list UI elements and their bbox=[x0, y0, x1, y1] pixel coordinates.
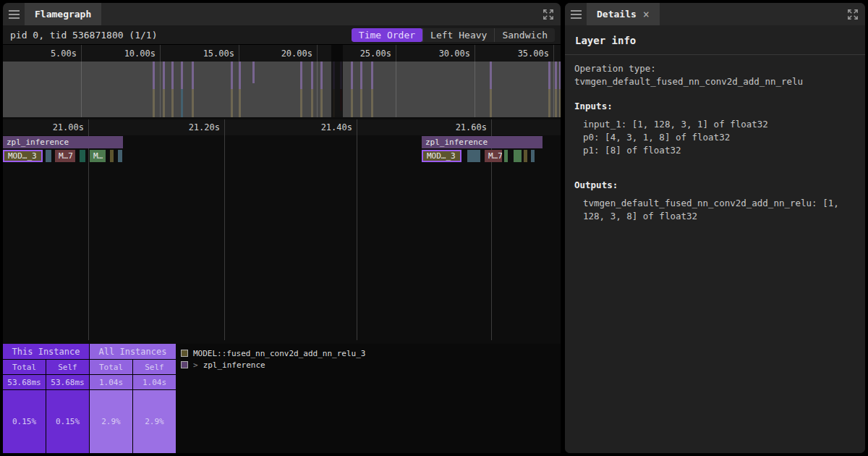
zoom-tick-label: 21.00s bbox=[41, 122, 84, 132]
spike-top-segment bbox=[371, 62, 373, 89]
tab-details[interactable]: Details × bbox=[587, 3, 660, 25]
spike-base-segment bbox=[163, 89, 165, 117]
details-panel: Details × Layer info Operation type: tvm… bbox=[565, 3, 865, 453]
flame-bar[interactable] bbox=[110, 150, 114, 162]
spike-base-segment bbox=[371, 89, 373, 117]
stats-column-header: Total bbox=[3, 360, 46, 374]
spike-top-segment bbox=[351, 62, 353, 89]
minimap-gridline bbox=[81, 45, 82, 117]
flame-bar[interactable] bbox=[514, 150, 522, 162]
spike-base-segment bbox=[300, 89, 302, 117]
spike-top-segment bbox=[360, 62, 362, 89]
minimap-activity-spike bbox=[192, 62, 194, 117]
minimap-activity-spike bbox=[320, 62, 323, 117]
legend-row[interactable]: >zpl_inference bbox=[181, 360, 365, 370]
flame-bar[interactable] bbox=[467, 150, 480, 162]
flame-bar[interactable]: zpl_inference bbox=[3, 136, 123, 148]
spike-top-segment bbox=[548, 62, 550, 89]
mode-time-order[interactable]: Time Order bbox=[352, 28, 422, 42]
menu-icon[interactable] bbox=[3, 3, 25, 25]
stats-percentage-value: 2.9% bbox=[133, 390, 176, 453]
spike-top-segment bbox=[163, 62, 165, 89]
zoom-gridline bbox=[224, 119, 225, 340]
minimap-activity-spike bbox=[153, 62, 155, 117]
spike-base-segment bbox=[555, 89, 557, 117]
minimap-tick-label: 20.00s bbox=[269, 48, 312, 59]
mode-left-heavy[interactable]: Left Heavy bbox=[422, 28, 494, 42]
flame-bar[interactable]: MOD…_3 bbox=[422, 150, 461, 162]
spike-top-segment bbox=[555, 62, 557, 89]
input-line: p1: [8] of float32 bbox=[574, 144, 856, 157]
operation-type-label: Operation type: bbox=[574, 62, 856, 75]
minimap-tick-label: 30.00s bbox=[427, 48, 470, 59]
minimap-tick-label: 25.00s bbox=[348, 48, 391, 59]
zoom-gridline bbox=[88, 119, 89, 340]
minimap-gridline bbox=[553, 45, 554, 117]
details-tabbar: Details × bbox=[565, 3, 865, 25]
spike-base-segment bbox=[171, 89, 174, 117]
outputs-label: Outputs: bbox=[574, 179, 856, 192]
minimap-activity-spike bbox=[371, 62, 373, 117]
flame-bar[interactable] bbox=[524, 150, 527, 162]
flame-bar[interactable] bbox=[504, 150, 508, 162]
minimap-activity-spike bbox=[360, 62, 362, 117]
inputs-list: input_1: [1, 128, 3, 1] of float32p0: [4… bbox=[574, 118, 856, 157]
spike-base-segment bbox=[311, 89, 313, 117]
spike-base-segment bbox=[239, 89, 241, 117]
flamegraph-toolbar: pid 0, tid 536871800 (1/1) Time OrderLef… bbox=[3, 25, 561, 45]
legend-row[interactable]: MODEL::fused_nn_conv2d_add_nn_relu_3 bbox=[181, 348, 365, 358]
details-content: Operation type: tvmgen_default_fused_nn_… bbox=[565, 55, 865, 230]
menu-icon[interactable] bbox=[565, 3, 587, 25]
minimap-tick-label: 5.00s bbox=[33, 48, 77, 59]
flame-bar[interactable] bbox=[80, 150, 85, 162]
thread-selection-info[interactable]: pid 0, tid 536871800 (1/1) bbox=[10, 30, 158, 41]
minimap-gridline bbox=[475, 45, 475, 117]
flame-bar[interactable]: M…7 bbox=[55, 150, 75, 162]
tab-details-label: Details bbox=[597, 9, 637, 20]
flamegraph-zoom-view[interactable]: 21.00s21.20s21.40s21.60szpl_inferencezpl… bbox=[3, 119, 561, 340]
tab-flamegraph[interactable]: Flamegraph bbox=[25, 3, 101, 25]
zoom-tick-label: 21.40s bbox=[309, 122, 352, 132]
minimap-selection-region[interactable] bbox=[331, 45, 343, 117]
close-icon[interactable]: × bbox=[643, 8, 650, 21]
spike-base-segment bbox=[548, 89, 550, 117]
minimap-tick-label: 15.00s bbox=[191, 48, 234, 59]
flamegraph-panel: Flamegraph pid 0, tid 536871800 (1/1) Ti… bbox=[3, 3, 561, 453]
flame-bar[interactable]: zpl_inference bbox=[422, 136, 542, 148]
minimap-activity-spike bbox=[311, 62, 313, 117]
output-line: tvmgen_default_fused_nn_conv2d_add_nn_re… bbox=[574, 197, 856, 223]
minimap-activity-spike bbox=[171, 62, 174, 117]
legend-prefix: > bbox=[193, 360, 198, 370]
minimap-activity-spike bbox=[239, 62, 241, 117]
fullscreen-icon[interactable] bbox=[846, 8, 859, 21]
flame-bar[interactable] bbox=[531, 150, 535, 162]
legend-swatch bbox=[181, 361, 188, 368]
flame-bar[interactable]: MOD…_3 bbox=[3, 150, 43, 162]
spike-base-segment bbox=[559, 89, 561, 117]
minimap-activity-spike bbox=[548, 62, 550, 117]
flame-bar[interactable] bbox=[118, 150, 122, 162]
stats-group-header: All Instances bbox=[90, 344, 176, 359]
spike-base-segment bbox=[360, 89, 362, 117]
stats-percentage-value: 0.15% bbox=[46, 390, 89, 453]
flame-bar[interactable]: M… bbox=[90, 150, 106, 162]
fullscreen-icon[interactable] bbox=[542, 8, 555, 21]
flame-bar[interactable]: M…7 bbox=[485, 150, 502, 162]
flame-bar[interactable] bbox=[46, 150, 51, 162]
legend: MODEL::fused_nn_conv2d_add_nn_relu_3>zpl… bbox=[181, 348, 365, 370]
operation-type-block: Operation type: tvmgen_default_fused_nn_… bbox=[574, 62, 856, 88]
stats-duration-value: 53.68ms bbox=[46, 375, 89, 389]
details-body: Layer info Operation type: tvmgen_defaul… bbox=[565, 25, 865, 453]
minimap-activity-spike bbox=[351, 62, 353, 117]
zoom-tick-label: 21.20s bbox=[176, 122, 220, 132]
spike-top-segment bbox=[181, 62, 183, 89]
legend-label: MODEL::fused_nn_conv2d_add_nn_relu_3 bbox=[193, 349, 365, 358]
mode-sandwich[interactable]: Sandwich bbox=[494, 28, 555, 42]
stats-group-header: This Instance bbox=[3, 344, 89, 359]
minimap-gridline bbox=[160, 45, 161, 117]
input-line: p0: [4, 3, 1, 8] of float32 bbox=[574, 131, 856, 144]
minimap[interactable]: 5.00s10.00s15.00s20.00s25.00s30.00s35.00… bbox=[3, 45, 561, 117]
spike-top-segment bbox=[252, 62, 255, 83]
spike-top-segment bbox=[192, 62, 194, 89]
stats-duration-value: 1.04s bbox=[133, 375, 176, 389]
